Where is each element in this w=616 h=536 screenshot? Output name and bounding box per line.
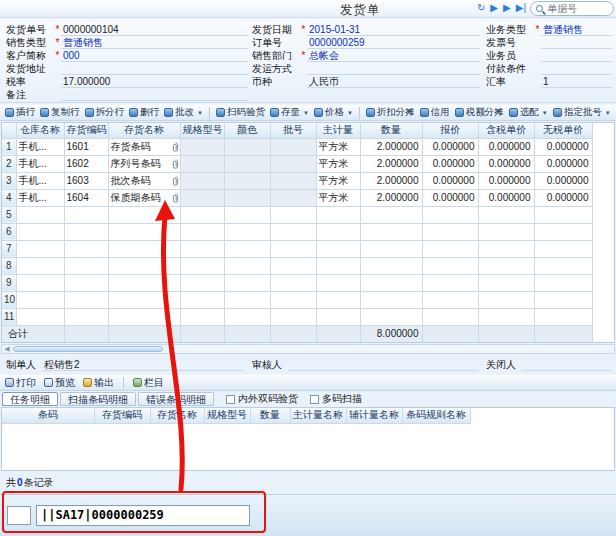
- grid-cell[interactable]: [534, 240, 592, 257]
- grid-row-number[interactable]: 4: [2, 189, 16, 206]
- grid-cell[interactable]: [316, 240, 360, 257]
- option-config-button[interactable]: 选配▼: [507, 105, 550, 120]
- grid-column-header[interactable]: 数量: [360, 123, 422, 138]
- grid-cell[interactable]: [64, 308, 108, 325]
- grid-cell[interactable]: [478, 291, 534, 308]
- grid-cell[interactable]: [180, 240, 224, 257]
- delete-row-button[interactable]: 删行: [127, 105, 161, 120]
- grid-cell[interactable]: [64, 291, 108, 308]
- grid-cell[interactable]: [108, 257, 180, 274]
- grid-cell[interactable]: 6: [2, 223, 16, 240]
- grid-cell[interactable]: [64, 223, 108, 240]
- grid-cell[interactable]: 平方米: [316, 155, 360, 172]
- grid-cell[interactable]: [534, 257, 592, 274]
- grid-cell[interactable]: [224, 274, 270, 291]
- grid-column-header[interactable]: 颜色: [224, 123, 270, 138]
- grid-cell[interactable]: [360, 206, 422, 223]
- grid-cell[interactable]: [16, 257, 64, 274]
- barcode-table-column-header[interactable]: 辅计量名称: [346, 408, 402, 423]
- grid-column-header[interactable]: 仓库名称: [16, 123, 64, 138]
- next-record-icon[interactable]: ▶: [503, 2, 511, 13]
- grid-cell[interactable]: [422, 257, 478, 274]
- grid-cell[interactable]: 9: [2, 274, 16, 291]
- grid-cell[interactable]: [16, 240, 64, 257]
- grid-cell[interactable]: [478, 274, 534, 291]
- grid-cell[interactable]: [224, 172, 270, 189]
- grid-cell[interactable]: [108, 291, 180, 308]
- grid-cell[interactable]: 1601: [64, 138, 108, 155]
- scan-check-button[interactable]: 扫码验货: [214, 105, 267, 120]
- refresh-icon[interactable]: ↻: [477, 2, 485, 13]
- last-record-icon[interactable]: ▶|: [516, 2, 526, 13]
- field-value[interactable]: [541, 37, 612, 49]
- grid-cell[interactable]: [534, 308, 592, 325]
- batch-edit-button[interactable]: 批改▼: [162, 105, 205, 120]
- grid-cell[interactable]: [478, 308, 534, 325]
- barcode-table-column-header[interactable]: 条码: [2, 408, 94, 423]
- grid-cell[interactable]: 0.000000: [478, 138, 534, 155]
- grid-row-number[interactable]: 2: [2, 155, 16, 172]
- grid-cell[interactable]: [270, 240, 316, 257]
- field-value[interactable]: 2015-01-31: [307, 24, 480, 36]
- grid-cell[interactable]: [180, 257, 224, 274]
- grid-cell[interactable]: 7: [2, 240, 16, 257]
- stock-button[interactable]: 存量▼: [268, 105, 311, 120]
- checkbox-inner-outer-dual-code[interactable]: 内外双码验货: [226, 392, 298, 406]
- grid-cell[interactable]: [16, 223, 64, 240]
- barcode-table-column-header[interactable]: 存货名称: [150, 408, 204, 423]
- grid-column-header[interactable]: 报价: [422, 123, 478, 138]
- field-value[interactable]: 普通销售: [61, 37, 248, 49]
- grid-cell[interactable]: 平方米: [316, 172, 360, 189]
- grid-cell[interactable]: [180, 274, 224, 291]
- field-value[interactable]: 000: [61, 50, 248, 62]
- grid-cell[interactable]: 0.000000: [422, 172, 478, 189]
- grid-cell[interactable]: [270, 172, 316, 189]
- assign-batch-button[interactable]: 指定批号▼: [551, 105, 613, 120]
- grid-cell[interactable]: [224, 240, 270, 257]
- grid-cell[interactable]: [224, 308, 270, 325]
- grid-cell[interactable]: 0.000000: [478, 172, 534, 189]
- grid-cell[interactable]: [316, 223, 360, 240]
- grid-cell[interactable]: 0.000000: [534, 155, 592, 172]
- barcode-table-column-header[interactable]: 条码规则名称: [402, 408, 470, 423]
- scroll-left-icon[interactable]: ◀: [2, 345, 12, 353]
- grid-cell[interactable]: [270, 189, 316, 206]
- barcode-table-column-header[interactable]: 存货编码: [94, 408, 150, 423]
- tax-allocate-button[interactable]: 税额分摊: [453, 105, 506, 120]
- grid-cell[interactable]: [180, 223, 224, 240]
- export-button[interactable]: 输出: [81, 375, 116, 391]
- grid-cell[interactable]: [360, 223, 422, 240]
- grid-cell[interactable]: [534, 206, 592, 223]
- grid-cell[interactable]: 手机...: [16, 189, 64, 206]
- grid-cell[interactable]: [224, 291, 270, 308]
- grid-cell[interactable]: 0.000000: [422, 155, 478, 172]
- grid-cell[interactable]: 手机...: [16, 172, 64, 189]
- field-value[interactable]: 1: [541, 76, 612, 88]
- grid-cell[interactable]: [180, 138, 224, 155]
- grid-cell[interactable]: [316, 291, 360, 308]
- grid-cell[interactable]: [270, 206, 316, 223]
- field-value[interactable]: [541, 63, 612, 75]
- grid-column-header[interactable]: [2, 123, 16, 138]
- grid-cell[interactable]: 手机...: [16, 138, 64, 155]
- grid-cell[interactable]: [180, 155, 224, 172]
- grid-cell[interactable]: [534, 291, 592, 308]
- grid-cell[interactable]: [534, 274, 592, 291]
- grid-column-header[interactable]: 存货名称: [108, 123, 180, 138]
- field-value[interactable]: 总帐会: [307, 50, 480, 62]
- grid-column-header[interactable]: 无税单价: [534, 123, 592, 138]
- grid-cell[interactable]: [478, 257, 534, 274]
- field-value[interactable]: 人民币: [307, 76, 480, 88]
- grid-column-header[interactable]: 规格型号: [180, 123, 224, 138]
- grid-cell[interactable]: [422, 223, 478, 240]
- grid-cell[interactable]: 1604: [64, 189, 108, 206]
- grid-cell[interactable]: [478, 206, 534, 223]
- grid-cell[interactable]: 序列号条码: [108, 155, 180, 172]
- grid-cell[interactable]: [270, 223, 316, 240]
- grid-cell[interactable]: [270, 257, 316, 274]
- field-value[interactable]: 0000000104: [61, 24, 248, 36]
- grid-cell[interactable]: 0.000000: [422, 189, 478, 206]
- checkbox-multi-code-scan[interactable]: 多码扫描: [310, 392, 362, 406]
- grid-cell[interactable]: [108, 274, 180, 291]
- grid-cell[interactable]: 0.000000: [478, 155, 534, 172]
